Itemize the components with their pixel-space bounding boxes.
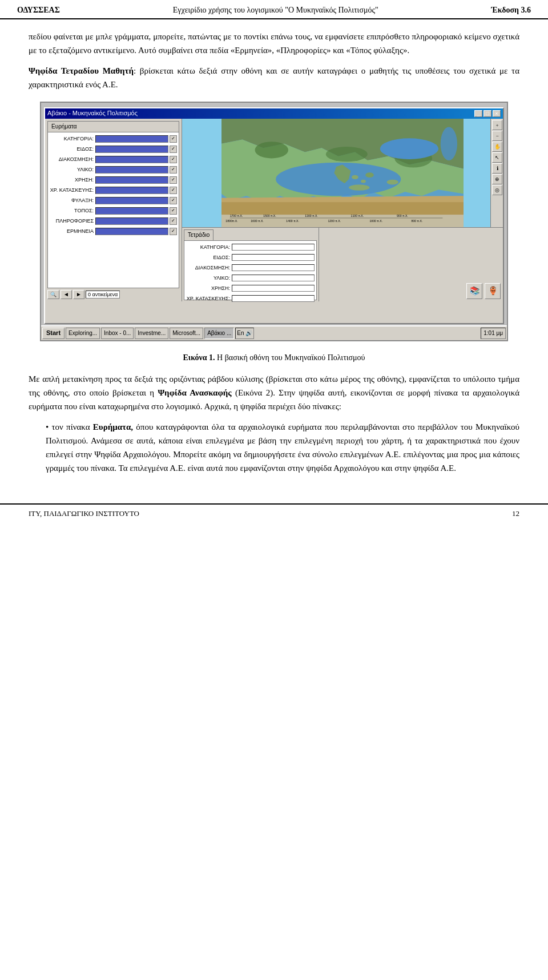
map-svg: 1700 π.Χ. 1500 π.Χ. 1300 π.Χ. 1100 π.Χ. …	[182, 119, 503, 227]
panel-content: ΚΑΤΗΓΟΡΙΑ: ✓ ΕΙΔΟΣ: ✓ ΔΙΑΚΟΣΜΗΣΗ:	[47, 132, 179, 288]
bottom-right: 📚 🏺	[319, 228, 503, 301]
tetradic-tab[interactable]: Τετράδιο	[184, 229, 213, 240]
pan-button[interactable]: ✋	[492, 142, 502, 152]
paragraph-3: Με απλή μετακίνηση προς τα δεξιά της ορι…	[29, 372, 519, 413]
tool-icon[interactable]: 🏺	[485, 283, 501, 299]
prev-button[interactable]: ◄	[61, 290, 72, 299]
field-input-diakosmisi[interactable]	[95, 156, 168, 163]
field-check-xrisi[interactable]: ✓	[170, 176, 177, 184]
taskbar-clock: 1:01 μμ	[481, 328, 506, 339]
tetra-input-diakosmisi[interactable]	[232, 264, 315, 271]
bullet-marker: •	[46, 422, 52, 431]
field-check-eidos[interactable]: ✓	[170, 146, 177, 153]
field-check-xr-kataskeyis[interactable]: ✓	[170, 187, 177, 194]
minimize-button[interactable]: _	[474, 110, 482, 117]
field-check-yliko[interactable]: ✓	[170, 166, 177, 174]
header-right: Έκδοση 3.6	[491, 6, 531, 15]
maximize-button[interactable]: □	[483, 110, 491, 117]
field-input-topos[interactable]	[95, 207, 168, 215]
bullet-1: • τον πίνακα Ευρήματα, όπου καταγράφοντα…	[29, 420, 519, 475]
p3-bold: Ψηφίδα Ανασκαφής	[158, 388, 231, 397]
taskbar-item-invest[interactable]: Investme...	[135, 328, 168, 339]
tetra-input-xrisi[interactable]	[232, 285, 315, 292]
field-check-diakosmisi[interactable]: ✓	[170, 156, 177, 163]
map-tool-1[interactable]: ⊕	[492, 174, 502, 184]
close-button[interactable]: ×	[493, 110, 501, 117]
search-icon-btn[interactable]: 🔍	[47, 290, 59, 299]
screenshot-container: Αβάκιο - Μυκηναϊκός Πολιτισμός _ □ × Ευρ…	[40, 102, 508, 341]
field-input-xr-kataskeyis[interactable]	[95, 187, 168, 194]
field-input-pliroforaies[interactable]	[95, 217, 168, 225]
findings-tab[interactable]: Ευρήματα	[47, 121, 179, 132]
field-row-diakosmisi: ΔΙΑΚΟΣΜΗΣΗ: ✓	[50, 155, 177, 164]
tetradic-panel: Τετράδιο ΚΑΤΗΓΟΡΙΑ: ΕΙΔΟΣ:	[182, 228, 319, 301]
field-label-diakosmisi: ΔΙΑΚΟΣΜΗΣΗ:	[50, 155, 95, 163]
field-label-fylaxi: ΦΥΛΑΞΗ:	[50, 196, 95, 204]
field-row-pliroforaies: ΠΛΗΡΟΦΟΡΙΕΣ ✓	[50, 216, 177, 225]
svg-text:1500 π.Χ.: 1500 π.Χ.	[263, 214, 276, 217]
field-input-eidos[interactable]	[95, 146, 168, 153]
header-left: ΟΔΥΣΣΕΑΣ	[17, 6, 60, 15]
map-tool-2[interactable]: ◎	[492, 185, 502, 195]
tetra-field-kategoria: ΚΑΤΗΓΟΡΙΑ:	[186, 243, 315, 252]
svg-text:800 π.Χ.: 800 π.Χ.	[412, 219, 423, 223]
svg-text:1200 π.Χ.: 1200 π.Χ.	[328, 219, 341, 223]
tetra-label-diakosmisi: ΔΙΑΚΟΣΜΗΣΗ:	[186, 264, 232, 272]
field-check-ermineia[interactable]: ✓	[170, 228, 177, 235]
field-row-xr-kataskeyis: ΧΡ. ΚΑΤΑΣΚΕΥΗΣ: ✓	[50, 185, 177, 195]
field-input-fylaxi[interactable]	[95, 197, 168, 204]
svg-text:1600 π.Χ.: 1600 π.Χ.	[251, 219, 264, 223]
bullet1-bold: Ευρήματα,	[93, 422, 133, 431]
taskbar-item-exploring[interactable]: Exploring...	[66, 328, 100, 339]
field-row-kategoria: ΚΑΤΗΓΟΡΙΑ: ✓	[50, 134, 177, 143]
field-label-pliroforaies: ΠΛΗΡΟΦΟΡΙΕΣ	[50, 217, 95, 225]
svg-text:1800π.Χ.: 1800π.Χ.	[225, 219, 237, 223]
field-check-fylaxi[interactable]: ✓	[170, 197, 177, 204]
taskbar-item-avakio[interactable]: Αβάκιο ...	[204, 328, 234, 339]
field-input-yliko[interactable]	[95, 166, 168, 174]
book-icon[interactable]: 📚	[466, 283, 482, 299]
info-button[interactable]: ℹ	[492, 163, 502, 174]
page-footer: ΙΤΥ, ΠΑΙΔΑΓΩΓΙΚΟ ΙΝΣΤΙΤΟΥΤΟ 12	[0, 503, 548, 523]
zoom-out-button[interactable]: −	[492, 131, 502, 141]
taskbar-item-inbox[interactable]: Inbox - 0...	[101, 328, 134, 339]
caption-text: Η βασική οθόνη του Μυκηναϊκού Πολιτισμού	[215, 353, 365, 362]
field-check-topos[interactable]: ✓	[170, 207, 177, 215]
taskbar-item-microsoft[interactable]: Microsoft...	[170, 328, 203, 339]
tetra-field-diakosmisi: ΔΙΑΚΟΣΜΗΣΗ:	[186, 263, 315, 272]
field-check-pliroforaies[interactable]: ✓	[170, 217, 177, 225]
tetra-input-yliko[interactable]	[232, 275, 315, 281]
tetra-input-xr-kataskeyis[interactable]	[232, 295, 315, 302]
tetra-input-eidos[interactable]	[232, 254, 315, 261]
paragraph-1: πεδίου φαίνεται με μπλε γράμματα, μπορεί…	[29, 30, 519, 57]
field-row-ermineia: ΕΡΜΗΝΕΙΑ ✓	[50, 227, 177, 236]
taskbar: Start Exploring... Inbox - 0... Investme…	[41, 325, 507, 340]
taskbar-item-invest-label: Investme...	[138, 329, 166, 338]
tetra-label-xr-kataskeyis: ΧΡ. ΚΑΤΑΣΚΕΥΗΣ:	[186, 295, 232, 303]
field-check-kategoria[interactable]: ✓	[170, 135, 177, 143]
tetra-input-kategoria[interactable]	[232, 244, 315, 251]
field-label-yliko: ΥΛΙΚΟ:	[50, 166, 95, 174]
start-button[interactable]: Start	[42, 328, 65, 339]
field-label-topos: ΤΟΠΟΣ:	[50, 207, 95, 215]
right-area: 1700 π.Χ. 1500 π.Χ. 1300 π.Χ. 1100 π.Χ. …	[182, 119, 503, 301]
field-input-xrisi[interactable]	[95, 176, 168, 184]
page-header: ΟΔΥΣΣΕΑΣ Εγχειρίδιο χρήσης του λογισμικο…	[0, 0, 548, 19]
select-button[interactable]: ↖	[492, 152, 502, 163]
field-row-xrisi: ΧΡΗΣΗ: ✓	[50, 175, 177, 184]
tetra-field-xr-kataskeyis: ΧΡ. ΚΑΤΑΣΚΕΥΗΣ:	[186, 294, 315, 303]
panel-buttons: 🔍 ◄ ► 0 αντικείμενα	[47, 290, 179, 299]
next-button[interactable]: ►	[73, 290, 84, 299]
tetra-label-kategoria: ΚΑΤΗΓΟΡΙΑ:	[186, 243, 232, 251]
field-label-xr-kataskeyis: ΧΡ. ΚΑΤΑΣΚΕΥΗΣ:	[50, 186, 95, 194]
tetra-field-xrisi: ΧΡΗΣΗ:	[186, 284, 315, 293]
tetra-field-eidos: ΕΙΔΟΣ:	[186, 253, 315, 262]
field-row-eidos: ΕΙΔΟΣ: ✓	[50, 144, 177, 154]
bullet1-label: τον πίνακα	[52, 422, 93, 431]
field-input-ermineia[interactable]	[95, 228, 168, 235]
field-label-eidos: ΕΙΔΟΣ:	[50, 145, 95, 153]
field-input-kategoria[interactable]	[95, 135, 168, 143]
taskbar-item-exploring-label: Exploring...	[68, 329, 97, 338]
field-label-kategoria: ΚΑΤΗΓΟΡΙΑ:	[50, 135, 95, 143]
zoom-in-button[interactable]: +	[492, 120, 502, 130]
